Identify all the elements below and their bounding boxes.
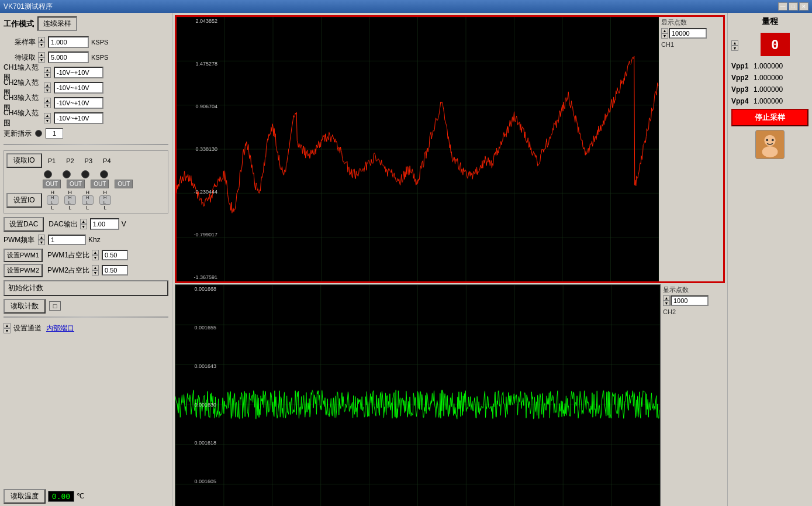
sample-rate-input[interactable] [48,36,89,48]
dac-spinner[interactable]: ▲ ▼ [80,219,87,229]
wait-read-spinner[interactable]: ▲ ▼ [38,52,45,63]
pwm2-input[interactable] [102,265,128,276]
spin-up[interactable]: ▲ [38,37,45,42]
vpp4-value: 1.000000 [754,97,783,105]
ch1-input[interactable] [54,67,103,78]
spin-up[interactable]: ▲ [38,52,45,57]
ch2-tag: CH2 [663,308,676,315]
update-led [35,130,42,137]
ch1-pts-input[interactable] [669,28,707,39]
ch4-spinner[interactable]: ▲ ▼ [44,113,51,123]
init-count-button[interactable]: 初始化计数 [4,280,168,296]
pwm2-label: PWM2占空比 [47,266,89,276]
temp-row: 读取温度 0.00 ℃ [4,490,168,502]
spin-down[interactable]: ▼ [38,57,45,63]
dac-unit: V [122,220,126,228]
spin-up[interactable]: ▲ [44,82,51,88]
spin-down[interactable]: ▼ [80,224,87,229]
pwm1-input[interactable] [102,250,128,260]
sample-rate-spinner[interactable]: ▲ ▼ [38,37,45,47]
spin-up[interactable]: ▲ [661,28,668,33]
dac-input[interactable] [90,218,119,230]
spin-up[interactable]: ▲ [80,219,87,224]
spin-down[interactable]: ▼ [92,255,99,260]
ch3-range-row: CH3输入范围 ▲ ▼ [4,97,168,109]
pwm1-spinner[interactable]: ▲ ▼ [92,250,99,260]
set-pwm1-button[interactable]: 设置PWM1 [4,249,43,262]
update-input[interactable] [46,128,63,139]
io-section: 读取IO P1 P2 P3 P4 [4,150,168,214]
svg-point-2 [762,146,778,157]
spin-down[interactable]: ▼ [731,46,738,51]
port-label: 设置通道 [13,323,42,333]
spin-up[interactable]: ▲ [44,113,51,118]
spin-down[interactable]: ▼ [38,42,45,47]
pwm-freq-label: PWM频率 [4,235,36,245]
port-row: ▲ ▼ 设置通道 内部端口 [4,322,168,335]
spin-up[interactable]: ▲ [663,295,670,301]
ch3-spinner[interactable]: ▲ ▼ [44,98,51,108]
ch1-pts-label: 显示点数 [661,18,687,27]
pwm-freq-input[interactable] [48,235,86,245]
ch2-input[interactable] [54,82,103,94]
spin-down[interactable]: ▼ [44,118,51,123]
pwm2-spinner[interactable]: ▲ ▼ [92,265,99,276]
vpp1-value: 1.000000 [754,62,783,70]
hl-ctrl-3: H HL L [82,190,94,211]
set-pwm2-button[interactable]: 设置PWM2 [4,264,43,277]
range-spinner[interactable]: ▲ ▼ [731,40,738,51]
title-text: VK701测试程序 [4,2,53,12]
pwm-freq-spinner[interactable]: ▲ ▼ [38,235,45,245]
read-count-button[interactable]: 读取计数 [4,299,46,314]
ch4-input[interactable] [54,112,103,124]
ch1-canvas [177,17,659,281]
update-label: 更新指示 [4,129,32,139]
ch1-right-panel: 显示点数 ▲ ▼ CH1 [659,17,723,281]
spin-up[interactable]: ▲ [4,323,11,328]
set-io-button[interactable]: 设置IO [6,193,42,208]
wait-read-input[interactable] [48,51,89,63]
spin-up[interactable]: ▲ [731,40,738,46]
spin-down[interactable]: ▼ [4,328,11,333]
spin-up[interactable]: ▲ [44,98,51,103]
set-dac-button[interactable]: 设置DAC [4,217,44,232]
spin-up[interactable]: ▲ [92,250,99,255]
pwm-freq-row: PWM频率 ▲ ▼ Khz [4,233,168,246]
spin-up[interactable]: ▲ [92,265,99,270]
port-spinner[interactable]: ▲ ▼ [4,323,11,333]
spin-down[interactable]: ▼ [663,301,670,306]
io-btn-row: 读取IO P1 P2 P3 P4 [6,153,165,168]
update-row: 更新指示 [4,127,168,140]
ch3-input[interactable] [54,97,103,109]
minimize-button[interactable]: — [778,2,787,11]
hl-ctrl-2: H HL L [64,190,76,211]
ch2-pts-spinner[interactable]: ▲ ▼ [663,295,670,306]
ch2-spinner[interactable]: ▲ ▼ [44,82,51,93]
right-panel: 量程 ▲ ▼ 0 Vpp1 1.000000 Vpp2 1.000000 Vpp… [727,13,812,506]
ch2-pts-input[interactable] [671,295,709,306]
vpp1-label: Vpp1 [731,62,752,70]
spin-up[interactable]: ▲ [44,67,51,73]
vpp2-label: Vpp2 [731,74,752,82]
svg-point-3 [766,139,768,141]
spin-down[interactable]: ▼ [44,88,51,93]
center-panel: 2.043852 1.475278 0.906704 0.338130 -0.2… [172,13,727,506]
spin-down[interactable]: ▼ [38,240,45,245]
vpp4-label: Vpp4 [731,97,752,105]
spin-up[interactable]: ▲ [38,235,45,240]
temp-unit: ℃ [77,492,84,500]
spin-down[interactable]: ▼ [44,73,51,78]
close-button[interactable]: ✕ [799,2,808,11]
ch2-pts-label: 显示点数 [663,285,689,294]
spin-down[interactable]: ▼ [661,33,668,39]
spin-down[interactable]: ▼ [92,270,99,276]
ch1-spinner[interactable]: ▲ ▼ [44,67,51,78]
ch1-canvas-wrap: 2.043852 1.475278 0.906704 0.338130 -0.2… [177,17,659,281]
read-temp-button[interactable]: 读取温度 [4,489,46,504]
stop-button[interactable]: 停止采样 [731,109,808,126]
read-io-button[interactable]: 读取IO [6,153,42,168]
spin-down[interactable]: ▼ [44,103,51,108]
maximize-button[interactable]: □ [789,2,798,11]
ch1-pts-spinner[interactable]: ▲ ▼ [661,28,668,39]
vpp1-row: Vpp1 1.000000 [731,62,808,70]
